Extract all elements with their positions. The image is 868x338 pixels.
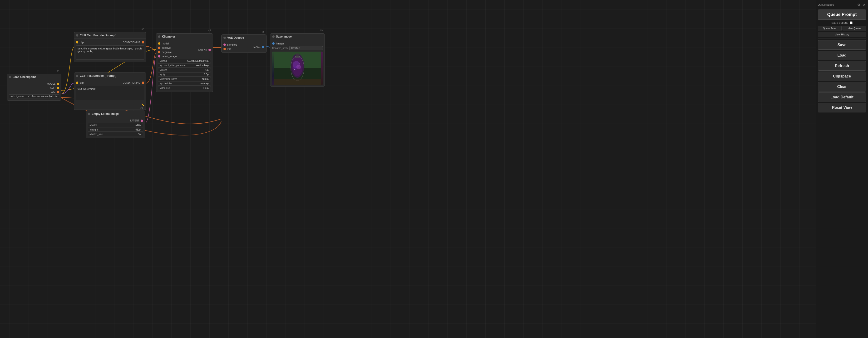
sampler-arrow-right[interactable]: ▶ [207, 78, 209, 80]
batch-arrow-left[interactable]: ◀ [90, 133, 91, 135]
seed-arrow-right[interactable]: ▶ [207, 60, 209, 62]
sampler-arrow-left[interactable]: ◀ [160, 78, 161, 80]
canvas-area[interactable]: #4 Load Checkpoint MODEL CLIP VAE ◀ ckpt… [0, 0, 816, 338]
node-clip-encode-1[interactable]: #6 CLIP Text Encode (Prompt) clip CONDIT… [74, 32, 146, 62]
refresh-button[interactable]: Refresh [818, 61, 866, 71]
close-icon-btn[interactable]: ✕ [862, 2, 866, 7]
clipspace-button[interactable]: Clipspace [818, 72, 866, 81]
port-clip1-connector[interactable] [76, 41, 78, 43]
node-dot [76, 75, 78, 77]
denoise-arrow-right[interactable]: ▶ [207, 87, 209, 89]
port-clip-connector[interactable] [57, 87, 59, 89]
node-load-checkpoint[interactable]: #4 Load Checkpoint MODEL CLIP VAE ◀ ckpt… [7, 74, 61, 101]
node-clip-encode-2[interactable]: CLIP Text Encode (Prompt) clip CONDITION… [74, 72, 146, 110]
node-id-3: #3 [208, 29, 211, 32]
port-latent-out-connector[interactable] [209, 49, 211, 51]
svg-point-9 [297, 61, 298, 61]
port-conditioning2-connector[interactable] [142, 81, 144, 84]
port-conditioning1-connector[interactable] [142, 41, 144, 43]
reset-view-button[interactable]: Reset View [818, 103, 866, 112]
width-arrow-right[interactable]: ▶ [140, 124, 141, 127]
width-value: 512 [125, 124, 140, 127]
control-arrow-left[interactable]: ◀ [160, 64, 161, 67]
load-default-button[interactable]: Load Default [818, 93, 866, 102]
node-vae-decode[interactable]: #8 VAE Decode samples vae IMAGE [221, 34, 267, 53]
view-queue-button[interactable]: View Queue [842, 26, 866, 31]
ckpt-arrow-left[interactable]: ◀ [10, 95, 12, 98]
port-positive-connector[interactable] [158, 46, 160, 49]
steps-arrow-left[interactable]: ◀ [160, 69, 161, 71]
sampler-name-row[interactable]: ◀ sampler_name euler ▶ [158, 77, 211, 81]
width-row[interactable]: ◀ width 512 ▶ [88, 123, 143, 127]
port-image-out-connector[interactable] [262, 46, 265, 48]
cfg-row[interactable]: ◀ cfg 8.0 ▶ [158, 72, 211, 76]
port-latent-connector[interactable] [141, 120, 143, 122]
clip2-text[interactable]: text, watermark [76, 86, 144, 100]
port-conditioning2-label: CONDITIONING [123, 81, 141, 84]
batch-arrow-right[interactable]: ▶ [140, 133, 141, 135]
settings-icon-btn[interactable]: ⚙ [857, 2, 861, 7]
extra-options-checkbox[interactable] [850, 22, 852, 24]
seed-arrow-left[interactable]: ◀ [160, 60, 161, 62]
svg-point-5 [296, 65, 301, 69]
height-arrow-right[interactable]: ▶ [140, 128, 141, 131]
port-negative-connector[interactable] [158, 51, 160, 53]
queue-prompt-button[interactable]: Queue Prompt [818, 9, 866, 20]
node-empty-latent[interactable]: #5 Empty Latent Image LATENT ◀ width 512… [86, 110, 145, 138]
ckpt-name-row[interactable]: ◀ ckpt_name v1-5-pruned-emaonly.ckpt ▶ [9, 94, 59, 98]
port-model-in-connector[interactable] [158, 42, 160, 45]
seed-row[interactable]: ◀ seed 697940513019928 ▶ [158, 59, 211, 63]
cfg-arrow-right[interactable]: ▶ [207, 73, 209, 76]
node-header-ksampler: KSampler [156, 34, 213, 40]
sampler-value: euler [193, 78, 207, 80]
port-clip2-in: clip [76, 80, 84, 85]
width-arrow-left[interactable]: ◀ [90, 124, 91, 127]
control-arrow-right[interactable]: ▶ [207, 64, 209, 67]
steps-arrow-right[interactable]: ▶ [207, 69, 209, 71]
port-vae-in-connector[interactable] [223, 48, 226, 50]
node-dot [158, 35, 160, 38]
cfg-value: 8.0 [193, 73, 207, 76]
node-body-clip2: clip CONDITIONING text, watermark ✏️ [74, 79, 146, 109]
port-latent-in-connector[interactable] [158, 55, 160, 58]
svg-point-8 [300, 63, 300, 64]
sidebar-icons: ⚙ ✕ [857, 2, 866, 7]
port-vae-connector[interactable] [57, 91, 59, 93]
save-button[interactable]: Save [818, 40, 866, 50]
node-body-empty-latent: LATENT ◀ width 512 ▶ ◀ height 512 ▶ ◀ ba… [86, 117, 145, 138]
port-samples-in: samples [223, 42, 237, 47]
clear-button[interactable]: Clear [818, 82, 866, 92]
denoise-row[interactable]: ◀ denoise 1.00 ▶ [158, 86, 211, 90]
filename-prefix-input[interactable] [289, 46, 323, 50]
load-button[interactable]: Load [818, 50, 866, 60]
node-body-ksampler: model positive negative latent_image [156, 40, 213, 92]
port-samples-connector[interactable] [223, 43, 226, 46]
height-arrow-left[interactable]: ◀ [90, 128, 91, 131]
ckpt-arrow-right[interactable]: ▶ [56, 95, 58, 98]
port-model-in-label: model [162, 42, 169, 45]
divider-1 [818, 38, 866, 39]
height-row[interactable]: ◀ height 512 ▶ [88, 128, 143, 132]
port-model-connector[interactable] [57, 83, 59, 85]
batch-label: batch_size [91, 133, 125, 135]
scheduler-arrow-left[interactable]: ◀ [160, 82, 161, 85]
queue-front-button[interactable]: Queue Front [818, 26, 842, 31]
node-save-image[interactable]: #9 Save Image images filename_prefix [270, 33, 325, 87]
node-ksampler[interactable]: #3 KSampler model positive [156, 33, 213, 92]
steps-value: 20 [193, 69, 207, 71]
scheduler-arrow-right[interactable]: ▶ [207, 82, 209, 85]
control-after-row[interactable]: ◀ control_after_generate randomize ▶ [158, 64, 211, 68]
port-clip2-connector[interactable] [76, 81, 78, 84]
port-images-connector[interactable] [272, 42, 275, 45]
port-positive-in: positive [158, 46, 177, 50]
denoise-arrow-left[interactable]: ◀ [160, 87, 161, 89]
clip1-text[interactable]: beautiful scenery nature glass bottle la… [76, 45, 144, 60]
port-positive-label: positive [162, 46, 170, 49]
scheduler-row[interactable]: ◀ scheduler normal ▶ [158, 81, 211, 86]
view-history-button[interactable]: View History [818, 32, 866, 37]
batch-size-row[interactable]: ◀ batch_size 1 ▶ [88, 132, 143, 136]
steps-row[interactable]: ◀ steps 20 ▶ [158, 68, 211, 72]
cfg-arrow-left[interactable]: ◀ [160, 73, 161, 76]
seed-label: seed [161, 60, 187, 62]
node-id-8: #8 [262, 30, 265, 33]
